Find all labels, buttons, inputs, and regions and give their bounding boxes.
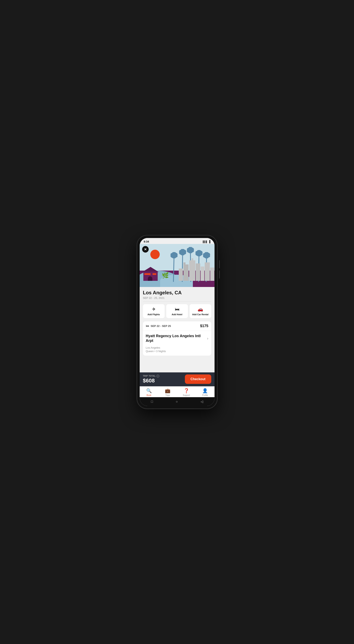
car-label: Add Car Rental	[192, 313, 208, 316]
hotel-details: Los Angeles Queen • 3 Nights	[143, 346, 211, 356]
trip-total-amount: $608	[143, 378, 160, 384]
city-skyline	[178, 256, 214, 281]
add-flights-button[interactable]: ✈ Add Flights	[143, 304, 165, 318]
hotel-dates-row: 🛏 SEP 22 - SEP 25 $175	[143, 322, 211, 331]
services-row: ✈ Add Flights 🛏 Add Hotel 🚗 Add Car Rent…	[140, 302, 214, 320]
nav-profile[interactable]: 👤 Profile	[196, 388, 214, 396]
hotel-name: Hyatt Regency Los Angeles Intl Arpt	[146, 334, 205, 343]
sun-illustration	[150, 250, 160, 259]
house-illustration	[143, 272, 162, 281]
android-back[interactable]: ◁	[196, 399, 207, 404]
hero-illustration: 🌿	[140, 244, 214, 287]
support-icon: ❓	[184, 388, 189, 394]
nav-profile-label: Profile	[202, 394, 208, 396]
destination-title: Los Angeles, CA	[143, 290, 211, 296]
flights-icon: ✈	[152, 307, 156, 312]
info-icon[interactable]: i	[157, 375, 159, 378]
hotel-icon: 🛏	[175, 307, 179, 312]
main-content: Los Angeles, CA SEP 22 - 25, 2021 ✈ Add …	[140, 287, 214, 372]
trips-icon: 💼	[165, 388, 170, 394]
hotel-price: $175	[200, 324, 208, 328]
nav-trips[interactable]: 💼 Trips	[158, 388, 177, 396]
svg-rect-26	[183, 264, 188, 281]
status-bar: 9:34 ▌▌▌ ▐	[140, 238, 214, 244]
nav-support-label: Support	[183, 394, 190, 396]
house-accent	[144, 273, 151, 275]
house-roof	[142, 267, 159, 272]
hotel-section: 🛏 SEP 22 - SEP 25 $175 Hyatt Regency Los…	[140, 320, 214, 358]
house-accent2	[153, 273, 156, 275]
trip-total-label: TRIP TOTAL i	[143, 375, 160, 378]
close-button[interactable]: ✕	[142, 246, 149, 252]
hotel-room-type: Queen • 3 Nights	[146, 350, 208, 353]
trip-total-section: TRIP TOTAL i $608	[143, 375, 160, 384]
android-navigation: □ ○ ◁	[140, 397, 214, 406]
svg-rect-27	[183, 262, 185, 266]
bottom-nav: 🔍 Book 💼 Trips ❓ Support 👤 Profile	[140, 386, 214, 397]
svg-line-0	[174, 256, 174, 282]
phone-frame: 9:34 ▌▌▌ ▐	[137, 236, 217, 408]
status-time: 9:34	[144, 240, 149, 243]
book-icon: 🔍	[146, 388, 152, 394]
svg-rect-25	[179, 268, 183, 281]
hotel-bed-icon: 🛏	[146, 324, 149, 328]
nav-book[interactable]: 🔍 Book	[140, 388, 159, 396]
add-car-rental-button[interactable]: 🚗 Add Car Rental	[189, 304, 211, 318]
hotel-dates-left: 🛏 SEP 22 - SEP 25	[146, 324, 171, 328]
hotel-card[interactable]: 🛏 SEP 22 - SEP 25 $175 Hyatt Regency Los…	[143, 322, 211, 356]
svg-rect-29	[192, 258, 193, 261]
svg-rect-33	[210, 268, 214, 281]
profile-icon: 👤	[202, 388, 208, 394]
svg-rect-31	[201, 266, 204, 281]
hotel-info-row: Hyatt Regency Los Angeles Intl Arpt ›	[143, 331, 211, 346]
destination-dates: SEP 22 - 25, 2021	[143, 296, 211, 300]
svg-rect-28	[189, 260, 195, 281]
checkout-button[interactable]: Checkout	[185, 374, 211, 384]
house-body	[143, 272, 158, 281]
hotel-date-range: SEP 22 - SEP 25	[151, 324, 171, 328]
flights-label: Add Flights	[148, 313, 160, 316]
volume-button-2	[219, 270, 220, 278]
status-icons: ▌▌▌ ▐	[203, 240, 210, 243]
nav-book-label: Book	[147, 394, 151, 396]
phone-screen: 9:34 ▌▌▌ ▐	[140, 238, 214, 406]
signal-icon: ▌▌▌	[203, 240, 207, 243]
android-home[interactable]: ○	[172, 399, 182, 404]
battery-icon: ▐	[208, 240, 210, 243]
hotel-location: Los Angeles	[146, 346, 208, 349]
hotel-label: Add Hotel	[172, 313, 182, 316]
svg-rect-32	[205, 262, 210, 281]
close-icon: ✕	[144, 248, 147, 251]
destination-header: Los Angeles, CA SEP 22 - 25, 2021	[140, 287, 214, 302]
volume-button-1	[219, 260, 220, 268]
checkout-bar: TRIP TOTAL i $608 Checkout	[140, 372, 214, 386]
android-recents[interactable]: □	[147, 399, 157, 404]
house-window	[148, 276, 152, 281]
nav-support[interactable]: ❓ Support	[177, 388, 196, 396]
chevron-right-icon: ›	[207, 336, 208, 341]
nav-trips-label: Trips	[166, 394, 170, 396]
car-icon: 🚗	[197, 307, 203, 312]
add-hotel-button[interactable]: 🛏 Add Hotel	[166, 304, 188, 318]
svg-rect-30	[196, 264, 200, 281]
